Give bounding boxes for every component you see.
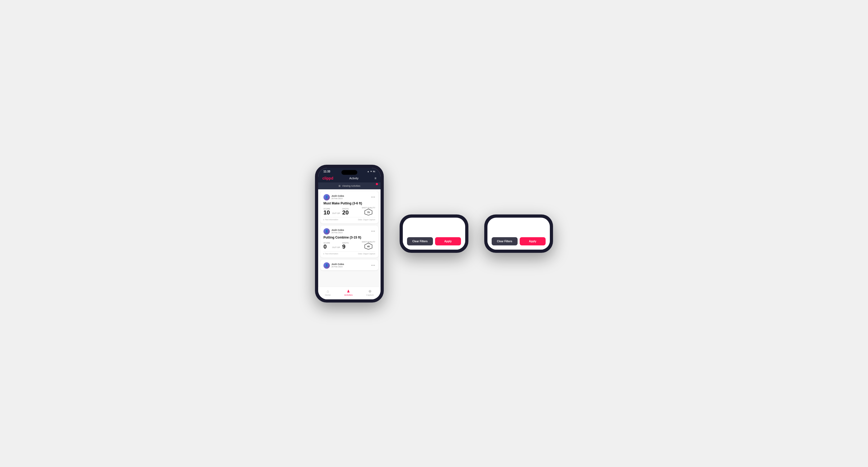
- dynamic-island-1: [341, 170, 357, 175]
- user-info-1: 👤 Josh Coles 28 Feb 2023: [323, 194, 344, 200]
- nav-home-1[interactable]: ⌂ Home: [325, 289, 331, 296]
- battery-icon: 51: [373, 170, 375, 173]
- wifi-icon: ▼: [370, 170, 372, 173]
- stats-row-2: Score 0 OUT OF Shots 9 Shot Quality: [323, 241, 375, 250]
- nav-activities-1[interactable]: ♟ Activities: [344, 289, 353, 296]
- quality-label-2: Shot Quality: [362, 241, 375, 243]
- out-of-1: OUT OF: [332, 212, 340, 214]
- nav-home-label-1: Home: [325, 294, 331, 296]
- activity-card-3[interactable]: 👤 Josh Coles 28 Feb 2023 •••: [320, 260, 378, 270]
- filter-icon-1: ⊞: [339, 185, 341, 187]
- card-menu-1[interactable]: •••: [371, 195, 375, 199]
- svg-text:75: 75: [367, 211, 370, 214]
- info-icon-1: ℹ: [323, 219, 324, 221]
- user-details-2: Josh Coles 28 Feb 2023: [331, 229, 344, 234]
- app-header-1: clippd Activity ≡: [318, 174, 380, 183]
- signal-icon: ▲: [367, 170, 369, 173]
- filter-overlay-3: Filter ✕ Show Rounds Practice Drills Pra…: [488, 218, 550, 250]
- score-value-2: 0: [323, 244, 330, 250]
- score-group-2: Score 0: [323, 242, 330, 250]
- phone-2-screen: 11:33 ▲ ▼ 51 clippd Activity ≡ ⊞ Viewing: [403, 218, 465, 250]
- capture-icon-1: ⊕: [368, 289, 372, 293]
- clear-filters-button-2[interactable]: Clear Filters: [407, 237, 433, 245]
- user-name-2: Josh Coles: [331, 229, 344, 231]
- score-value-1: 10: [323, 210, 330, 216]
- filter-bar-1[interactable]: ⊞ Viewing Activities: [318, 183, 380, 189]
- apply-button-3[interactable]: Apply: [520, 237, 546, 245]
- data-text-2: Data: Clippd Capture: [358, 253, 375, 255]
- card-menu-3[interactable]: •••: [371, 263, 375, 267]
- user-date-2: 28 Feb 2023: [331, 231, 344, 234]
- user-info-2: 👤 Josh Coles 28 Feb 2023: [323, 228, 344, 235]
- scene: 11:33 ▲ ▼ 51 clippd Activity ≡ ⊞ Viewing…: [299, 149, 569, 318]
- nav-activities-label-1: Activities: [344, 294, 353, 296]
- filter-overlay-2: Filter ✕ Show Rounds Practice Drills Rou…: [403, 218, 465, 250]
- card-header-2: 👤 Josh Coles 28 Feb 2023 •••: [323, 228, 375, 235]
- avatar-1: 👤: [323, 194, 330, 200]
- info-text-2: ℹ Test Information: [323, 253, 338, 255]
- activity-list-1: 👤 Josh Coles 28 Feb 2023 ••• Must Make P…: [318, 191, 380, 287]
- user-details-1: Josh Coles 28 Feb 2023: [331, 195, 344, 200]
- stats-row-1: Score 10 OUT OF Shots 20 Shot Quality: [323, 207, 375, 216]
- filter-modal-3: Filter ✕ Show Rounds Practice Drills Pra…: [488, 218, 550, 250]
- avatar-3: 👤: [323, 262, 330, 269]
- activity-card-2[interactable]: 👤 Josh Coles 28 Feb 2023 ••• Putting Com…: [320, 225, 378, 257]
- user-info-3: 👤 Josh Coles 28 Feb 2023: [323, 262, 344, 269]
- card-menu-2[interactable]: •••: [371, 229, 375, 233]
- status-time-1: 11:33: [323, 170, 330, 173]
- quality-group-1: Shot Quality 75: [362, 207, 375, 216]
- activities-icon-1: ♟: [347, 289, 350, 293]
- modal-actions-3: Clear Filters Apply: [492, 237, 546, 245]
- shots-group-1: Shots 20: [342, 208, 348, 216]
- quality-group-2: Shot Quality 45: [362, 241, 375, 250]
- filter-bar-text-1: Viewing Activities: [342, 185, 361, 187]
- phone-1: 11:33 ▲ ▼ 51 clippd Activity ≡ ⊞ Viewing…: [315, 165, 384, 303]
- info-text-1: ℹ Test Information: [323, 219, 338, 221]
- user-name-3: Josh Coles: [331, 263, 344, 266]
- phone-3-screen: 11:33 ▲ ▼ 51 clippd Activity ≡ ⊞ Viewing: [488, 218, 550, 250]
- nav-capture-label-1: Capture: [366, 294, 374, 296]
- card-footer-2: ℹ Test Information Data: Clippd Capture: [323, 251, 375, 255]
- user-date-3: 28 Feb 2023: [331, 266, 344, 268]
- phone-1-screen: 11:33 ▲ ▼ 51 clippd Activity ≡ ⊞ Viewing…: [318, 168, 380, 299]
- header-title-1: Activity: [349, 177, 359, 180]
- score-group-1: Score 10: [323, 208, 330, 216]
- home-icon-1: ⌂: [327, 289, 329, 293]
- nav-capture-1[interactable]: ⊕ Capture: [366, 289, 374, 296]
- apply-button-2[interactable]: Apply: [435, 237, 461, 245]
- activity-title-1: Must Make Putting (3-6 ft): [323, 201, 375, 205]
- user-name-1: Josh Coles: [331, 195, 344, 197]
- data-text-1: Data: Clippd Capture: [358, 219, 375, 221]
- logo-1: clippd: [322, 176, 333, 180]
- shots-value-1: 20: [342, 210, 348, 216]
- bottom-nav-1: ⌂ Home ♟ Activities ⊕ Capture: [318, 287, 380, 299]
- svg-text:45: 45: [367, 245, 370, 248]
- filter-dot-1: [376, 183, 378, 185]
- filter-modal-2: Filter ✕ Show Rounds Practice Drills Rou…: [403, 218, 465, 250]
- activity-card-1[interactable]: 👤 Josh Coles 28 Feb 2023 ••• Must Make P…: [320, 191, 378, 223]
- shots-value-2: 9: [342, 244, 348, 250]
- card-header-1: 👤 Josh Coles 28 Feb 2023 •••: [323, 194, 375, 200]
- clear-filters-button-3[interactable]: Clear Filters: [492, 237, 518, 245]
- phone-2: 11:33 ▲ ▼ 51 clippd Activity ≡ ⊞ Viewing: [400, 214, 468, 253]
- card-header-3: 👤 Josh Coles 28 Feb 2023 •••: [323, 262, 375, 269]
- filter-bar-wrapper-1: ⊞ Viewing Activities: [318, 183, 380, 189]
- status-icons-1: ▲ ▼ 51: [367, 170, 375, 173]
- user-date-1: 28 Feb 2023: [331, 197, 344, 200]
- menu-icon-1[interactable]: ≡: [374, 176, 376, 180]
- card-footer-1: ℹ Test Information Data: Clippd Capture: [323, 217, 375, 221]
- avatar-2: 👤: [323, 228, 330, 235]
- out-of-2: OUT OF: [332, 246, 340, 249]
- activity-title-2: Putting Combine (3-15 ft): [323, 236, 375, 239]
- quality-hex-1: 75: [362, 209, 375, 216]
- phone-3: 11:33 ▲ ▼ 51 clippd Activity ≡ ⊞ Viewing: [484, 214, 553, 253]
- info-icon-2: ℹ: [323, 253, 324, 255]
- modal-actions-2: Clear Filters Apply: [407, 237, 461, 245]
- quality-hex-2: 45: [362, 243, 375, 250]
- shots-group-2: Shots 9: [342, 242, 348, 250]
- quality-label-1: Shot Quality: [362, 207, 375, 209]
- user-details-3: Josh Coles 28 Feb 2023: [331, 263, 344, 268]
